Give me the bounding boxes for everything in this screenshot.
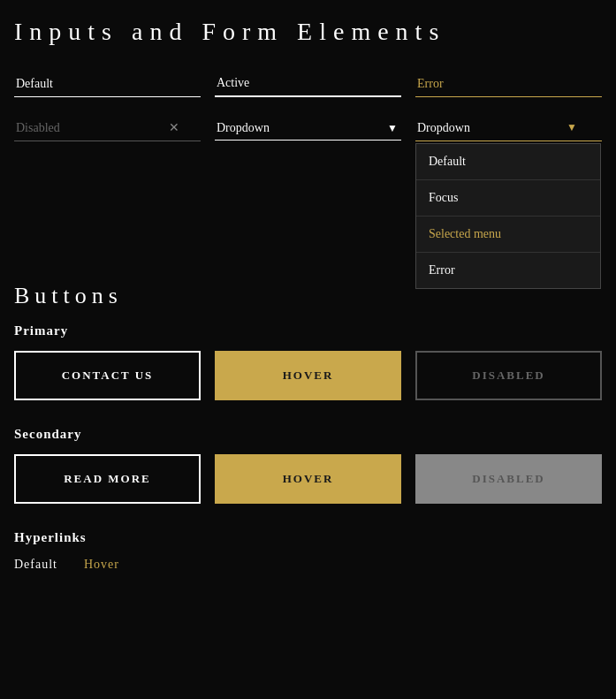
dropdown-item-default[interactable]: Default bbox=[416, 144, 600, 180]
hyperlink-default[interactable]: Default bbox=[14, 558, 57, 572]
error-input[interactable] bbox=[415, 72, 602, 97]
hyperlink-hover[interactable]: Hover bbox=[84, 558, 119, 572]
active-input[interactable] bbox=[215, 71, 401, 97]
dropdown2-panel: Default Focus Selected menu Error bbox=[415, 143, 601, 289]
primary-buttons-row: CONTACT US HOVER DISABLED bbox=[14, 351, 602, 400]
dropdown-item-error[interactable]: Error bbox=[416, 253, 600, 288]
close-icon[interactable]: ✕ bbox=[169, 120, 179, 135]
disabled-input-wrapper: Disabled ✕ bbox=[14, 115, 201, 141]
inputs-row-2: Disabled ✕ Dropdown Focus Selected menu … bbox=[14, 115, 602, 141]
dropdown2-header[interactable]: Dropdown ▼ bbox=[415, 116, 602, 141]
hyperlinks-section: Hyperlinks Default Hover bbox=[14, 530, 602, 572]
default-input-wrapper bbox=[14, 72, 201, 97]
secondary-disabled-button: DISABLED bbox=[415, 454, 602, 504]
disabled-input: Disabled ✕ bbox=[14, 115, 201, 141]
hyperlinks-title: Hyperlinks bbox=[14, 530, 602, 545]
primary-hover-button[interactable]: HOVER bbox=[215, 351, 401, 400]
dropdown2-wrapper[interactable]: Dropdown ▼ Default Focus Selected menu E… bbox=[415, 116, 602, 141]
hyperlinks-row: Default Hover bbox=[14, 558, 602, 572]
page-title: Inputs and Form Elements bbox=[14, 18, 602, 46]
secondary-buttons-row: READ MORE HOVER DISABLED bbox=[14, 454, 602, 504]
read-more-button[interactable]: READ MORE bbox=[14, 454, 201, 504]
primary-disabled-button: DISABLED bbox=[415, 351, 602, 400]
error-input-wrapper bbox=[415, 72, 602, 97]
dropdown-item-focus[interactable]: Focus bbox=[416, 180, 600, 217]
dropdown1-wrapper: Dropdown Focus Selected menu Error ▼ bbox=[215, 116, 401, 141]
chevron-down-icon-2: ▼ bbox=[567, 121, 577, 134]
dropdown2-label: Dropdown bbox=[417, 121, 470, 135]
default-input[interactable] bbox=[14, 72, 201, 97]
disabled-input-text: Disabled bbox=[16, 121, 60, 135]
primary-subtitle: Primary bbox=[14, 323, 602, 338]
inputs-row-1 bbox=[14, 71, 602, 97]
secondary-hover-button[interactable]: HOVER bbox=[215, 454, 401, 504]
active-input-wrapper bbox=[215, 71, 401, 97]
contact-us-button[interactable]: CONTACT US bbox=[14, 351, 201, 400]
secondary-subtitle: Secondary bbox=[14, 427, 602, 442]
dropdown1-select[interactable]: Dropdown Focus Selected menu Error bbox=[215, 116, 401, 141]
dropdown-item-selected[interactable]: Selected menu bbox=[416, 217, 600, 253]
